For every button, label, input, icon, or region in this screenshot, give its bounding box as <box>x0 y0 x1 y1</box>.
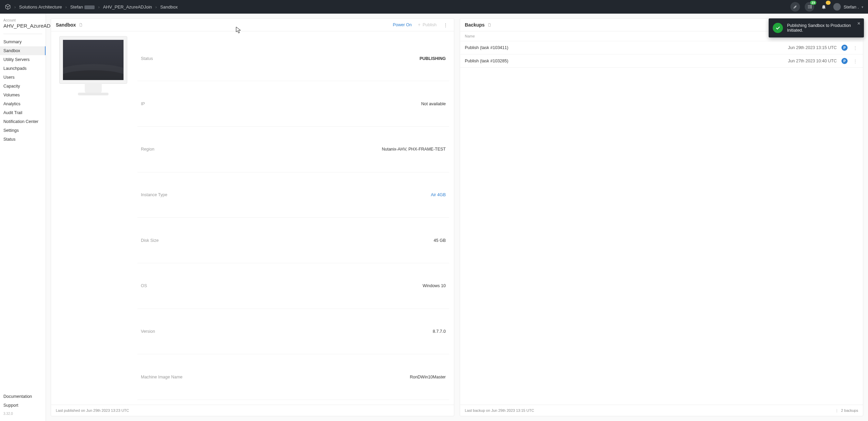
version-label: 3.32.0 <box>0 410 46 418</box>
toast-notification: Publishing Sandbox to Production Initiat… <box>769 18 864 37</box>
sandbox-thumbnail <box>56 36 131 400</box>
detail-row: Machine Image NameRonDWin10Master <box>137 354 449 400</box>
detail-value: 8.7.7.0 <box>278 309 449 354</box>
sandbox-details-table: StatusPUBLISHINGIPNot availableRegionNut… <box>137 36 449 400</box>
topbar-left: › Solutions Architecture › Stefan . › AH… <box>5 4 178 10</box>
breadcrumb-item[interactable]: Sandbox <box>160 4 178 10</box>
sidebar-nav: SummarySandboxUtility ServersLaunchpadsU… <box>0 37 46 144</box>
sidebar-item-audit-trail[interactable]: Audit Trail <box>0 108 46 117</box>
last-backup-label: Last backup on Jun 29th 2023 13:15 UTC <box>465 408 534 412</box>
sidebar-item-analytics[interactable]: Analytics <box>0 99 46 108</box>
detail-row: StatusPUBLISHING <box>137 36 449 81</box>
backup-date: Jun 29th 2023 13:15 UTC <box>788 45 837 50</box>
account-label: Account <box>0 18 46 22</box>
detail-key: IP <box>137 81 278 127</box>
notif-badge <box>826 1 831 5</box>
sidebar-item-summary[interactable]: Summary <box>0 37 46 46</box>
panel-footer: Last backup on Jun 29th 2023 13:15 UTC |… <box>460 405 863 416</box>
publish-badge-icon: P <box>841 58 848 64</box>
backup-row[interactable]: Publish (task #103411)Jun 29th 2023 13:1… <box>460 41 863 54</box>
user-menu[interactable]: Stefan . ▾ <box>833 3 863 11</box>
sandbox-panel: Sandbox Power On Publish ⋮ <box>51 18 454 416</box>
user-name: Stefan . <box>844 4 859 10</box>
launch-icon[interactable] <box>790 2 800 12</box>
sidebar-item-support[interactable]: Support <box>0 401 46 410</box>
breadcrumb-item[interactable]: Stefan . <box>70 4 95 10</box>
svg-point-1 <box>811 5 812 6</box>
panel-title-text: Backups <box>465 22 485 28</box>
topbar: › Solutions Architecture › Stefan . › AH… <box>0 0 868 14</box>
content-area: Sandbox Power On Publish ⋮ <box>46 14 868 421</box>
breadcrumb-item[interactable]: Solutions Architecture <box>19 4 62 10</box>
sidebar-item-notification-center[interactable]: Notification Center <box>0 117 46 126</box>
tasks-icon[interactable]: 23 <box>805 2 814 12</box>
sidebar-item-utility-servers[interactable]: Utility Servers <box>0 55 46 64</box>
sidebar-item-documentation[interactable]: Documentation <box>0 392 46 401</box>
backup-row[interactable]: Publish (task #103285)Jun 27th 2023 10:4… <box>460 54 863 68</box>
logo-cube-icon[interactable] <box>5 4 11 10</box>
check-icon <box>773 23 783 33</box>
panel-footer: Last published on Jun 29th 2023 13:23 UT… <box>51 405 454 416</box>
sidebar-item-sandbox[interactable]: Sandbox <box>0 46 46 55</box>
account-name: AHV_PER_AzureADJoin <box>0 22 46 34</box>
panel-header: Sandbox Power On Publish ⋮ <box>51 19 454 31</box>
divider <box>3 34 42 34</box>
detail-key: Version <box>137 309 278 354</box>
backup-name: Publish (task #103285) <box>465 59 508 63</box>
breadcrumb-item[interactable]: AHV_PER_AzureADJoin <box>103 4 152 10</box>
close-icon[interactable]: ✕ <box>857 21 861 26</box>
topbar-right: 23 Stefan . ▾ <box>790 2 863 12</box>
avatar <box>833 3 841 11</box>
svg-point-0 <box>796 6 796 6</box>
more-menu-button[interactable]: ⋮ <box>852 59 858 64</box>
more-menu-button[interactable]: ⋮ <box>442 22 449 28</box>
detail-key: Disk Size <box>137 218 278 263</box>
detail-value: PUBLISHING <box>278 36 449 81</box>
publish-button: Publish <box>417 22 437 27</box>
detail-row: Instance TypeAir 4GB <box>137 172 449 218</box>
detail-key: Instance Type <box>137 172 278 218</box>
detail-key: OS <box>137 263 278 309</box>
breadcrumb-sep: › <box>98 4 99 10</box>
doc-icon[interactable] <box>487 23 491 27</box>
detail-key: Machine Image Name <box>137 354 278 400</box>
detail-value: 45 GB <box>278 218 449 263</box>
detail-value: RonDWin10Master <box>278 354 449 400</box>
backup-date: Jun 27th 2023 10:40 UTC <box>788 59 837 63</box>
svg-point-2 <box>811 6 812 7</box>
toast-message: Publishing Sandbox to Production Initiat… <box>787 23 851 33</box>
backups-panel: Backups Name Publish (task #103411)Jun 2… <box>460 18 863 416</box>
backups-list: Publish (task #103411)Jun 29th 2023 13:1… <box>460 41 863 405</box>
sidebar: Account AHV_PER_AzureADJoin SummarySandb… <box>0 14 46 421</box>
separator: | <box>836 408 837 412</box>
breadcrumb-sep: › <box>155 4 157 10</box>
detail-value[interactable]: Air 4GB <box>278 172 449 218</box>
detail-row: IPNot available <box>137 81 449 127</box>
tasks-badge: 23 <box>810 1 816 5</box>
sidebar-item-settings[interactable]: Settings <box>0 126 46 135</box>
backup-name: Publish (task #103411) <box>465 45 508 50</box>
svg-point-3 <box>811 8 812 9</box>
sidebar-item-status[interactable]: Status <box>0 135 46 144</box>
breadcrumb-sep: › <box>14 4 16 10</box>
power-on-button[interactable]: Power On <box>393 22 412 27</box>
panel-title-text: Sandbox <box>56 22 76 28</box>
sidebar-item-users[interactable]: Users <box>0 73 46 82</box>
more-menu-button[interactable]: ⋮ <box>852 45 858 50</box>
detail-key: Region <box>137 126 278 172</box>
sidebar-item-volumes[interactable]: Volumes <box>0 91 46 99</box>
breadcrumb: › Solutions Architecture › Stefan . › AH… <box>14 4 178 10</box>
detail-row: Disk Size45 GB <box>137 218 449 263</box>
last-published-label: Last published on Jun 29th 2023 13:23 UT… <box>56 408 129 412</box>
sidebar-item-launchpads[interactable]: Launchpads <box>0 64 46 73</box>
doc-icon[interactable] <box>79 23 83 27</box>
breadcrumb-sep: › <box>65 4 67 10</box>
detail-row: OSWindows 10 <box>137 263 449 309</box>
publish-badge-icon: P <box>841 45 848 51</box>
detail-value: Nutanix-AHV, PHX-FRAME-TEST <box>278 126 449 172</box>
backup-count-label: 2 backups <box>841 408 858 412</box>
detail-row: Version8.7.7.0 <box>137 309 449 354</box>
detail-row: RegionNutanix-AHV, PHX-FRAME-TEST <box>137 126 449 172</box>
sidebar-item-capacity[interactable]: Capacity <box>0 82 46 91</box>
bell-icon[interactable] <box>819 2 829 12</box>
